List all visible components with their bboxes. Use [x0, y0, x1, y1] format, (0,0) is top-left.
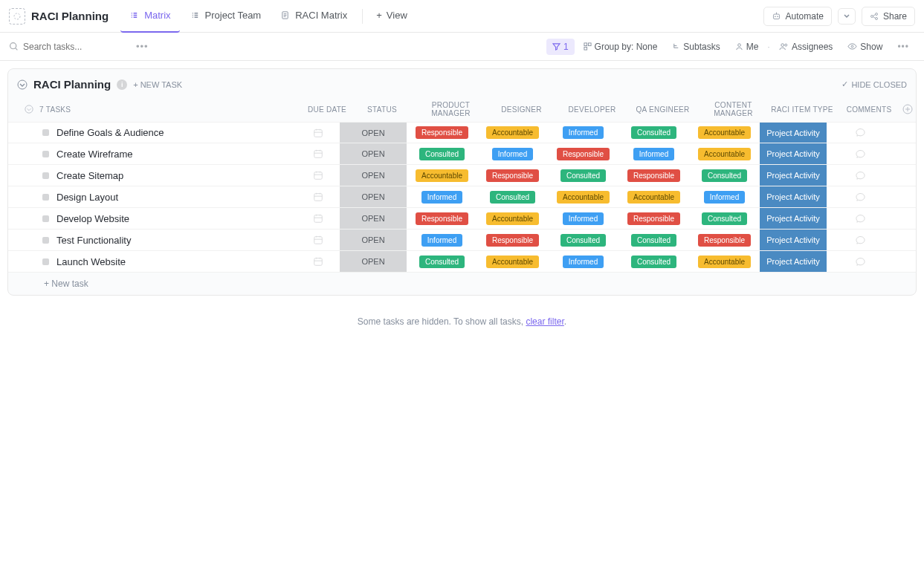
table-row[interactable]: Design LayoutOPENInformedConsultedAccoun… — [8, 186, 916, 208]
automate-button[interactable]: Automate — [763, 7, 832, 26]
role-cell[interactable]: Informed — [689, 191, 760, 204]
tab-raci-matrix[interactable]: RACI Matrix — [271, 0, 356, 33]
status-cell[interactable]: OPEN — [340, 208, 407, 229]
status-cell[interactable]: OPEN — [340, 230, 407, 250]
table-row[interactable]: Create WireframeOPENConsultedInformedRes… — [8, 143, 916, 165]
col-due-date[interactable]: DUE DATE — [306, 105, 349, 114]
due-date-cell[interactable] — [297, 149, 340, 159]
col-developer[interactable]: DEVELOPER — [557, 105, 627, 114]
due-date-cell[interactable] — [297, 235, 340, 245]
role-cell[interactable]: Accountable — [618, 191, 689, 204]
more-options[interactable]: ••• — [136, 41, 149, 52]
role-cell[interactable]: Consulted — [689, 212, 760, 225]
role-cell[interactable]: Responsible — [689, 234, 760, 247]
clear-filter-link[interactable]: clear filter — [526, 316, 563, 327]
status-cell[interactable]: OPEN — [340, 123, 407, 143]
automate-dropdown[interactable] — [838, 8, 856, 25]
comments-cell[interactable] — [827, 192, 894, 203]
add-column-button[interactable] — [902, 104, 922, 114]
role-cell[interactable]: Responsible — [618, 212, 689, 225]
info-icon[interactable]: i — [117, 79, 127, 90]
collapse-icon[interactable] — [17, 79, 28, 90]
tab-project-team[interactable]: Project Team — [181, 0, 271, 33]
col-designer[interactable]: DESIGNER — [486, 105, 557, 114]
role-cell[interactable]: Informed — [548, 126, 618, 139]
role-cell[interactable]: Consulted — [618, 234, 689, 247]
table-row[interactable]: Test FunctionalityOPENInformedResponsibl… — [8, 230, 916, 251]
due-date-cell[interactable] — [297, 213, 340, 224]
toolbar-more[interactable]: ••• — [891, 39, 915, 55]
role-cell[interactable]: Informed — [618, 148, 689, 160]
subtasks-chip[interactable]: Subtasks — [666, 39, 726, 55]
role-cell[interactable]: Consulted — [618, 256, 689, 268]
comments-cell[interactable] — [827, 235, 894, 246]
role-cell[interactable]: Accountable — [689, 256, 760, 268]
comments-cell[interactable] — [827, 170, 894, 181]
table-row[interactable]: Create SitemapOPENAccountableResponsible… — [8, 165, 916, 186]
role-cell[interactable]: Informed — [477, 148, 548, 160]
comments-cell[interactable] — [827, 256, 894, 267]
table-row[interactable]: Develop WebsiteOPENResponsibleAccountabl… — [8, 208, 916, 230]
task-name-cell[interactable]: Test Functionality — [8, 235, 297, 246]
role-cell[interactable]: Accountable — [477, 126, 548, 139]
new-task-button[interactable]: + NEW TASK — [133, 80, 182, 89]
task-name-cell[interactable]: Define Goals & Audience — [8, 127, 297, 138]
role-cell[interactable]: Responsible — [407, 212, 477, 225]
status-cell[interactable]: OPEN — [340, 251, 407, 272]
due-date-cell[interactable] — [297, 256, 340, 267]
type-cell[interactable]: Project Activity — [760, 230, 827, 250]
role-cell[interactable]: Accountable — [689, 126, 760, 139]
type-cell[interactable]: Project Activity — [760, 251, 827, 272]
due-date-cell[interactable] — [297, 128, 340, 138]
me-chip[interactable]: Me — [729, 39, 765, 55]
task-name-cell[interactable]: Create Sitemap — [8, 170, 297, 181]
role-cell[interactable]: Accountable — [477, 256, 548, 268]
role-cell[interactable]: Accountable — [477, 212, 548, 225]
role-cell[interactable]: Consulted — [407, 256, 477, 268]
role-cell[interactable]: Accountable — [407, 169, 477, 182]
search-input[interactable] — [23, 42, 127, 52]
share-button[interactable]: Share — [862, 7, 915, 26]
task-name-cell[interactable]: Launch Website — [8, 256, 297, 267]
task-name-cell[interactable]: Create Wireframe — [8, 149, 297, 160]
col-product-manager[interactable]: PRODUCT MANAGER — [416, 101, 486, 117]
role-cell[interactable]: Informed — [407, 191, 477, 204]
comments-cell[interactable] — [827, 149, 894, 160]
col-content-manager[interactable]: CONTENT MANAGER — [698, 101, 769, 117]
status-cell[interactable]: OPEN — [340, 165, 407, 186]
role-cell[interactable]: Responsible — [477, 169, 548, 182]
comments-cell[interactable] — [827, 127, 894, 138]
tab-matrix[interactable]: Matrix — [120, 0, 179, 33]
hide-closed-button[interactable]: ✓HIDE CLOSED — [841, 79, 907, 89]
role-cell[interactable]: Responsible — [477, 234, 548, 247]
filter-chip[interactable]: 1 — [546, 39, 575, 55]
col-raci-type[interactable]: RACI ITEM TYPE — [769, 105, 836, 114]
workspace-icon[interactable] — [9, 8, 25, 25]
new-task-row[interactable]: + New task — [8, 273, 916, 295]
table-row[interactable]: Define Goals & AudienceOPENResponsibleAc… — [8, 122, 916, 143]
type-cell[interactable]: Project Activity — [760, 186, 827, 207]
type-cell[interactable]: Project Activity — [760, 165, 827, 186]
status-cell[interactable]: OPEN — [340, 186, 407, 207]
type-cell[interactable]: Project Activity — [760, 123, 827, 143]
sort-icon[interactable] — [25, 105, 33, 114]
role-cell[interactable]: Informed — [548, 212, 618, 225]
role-cell[interactable]: Informed — [548, 256, 618, 268]
status-cell[interactable]: OPEN — [340, 143, 407, 164]
role-cell[interactable]: Accountable — [548, 191, 618, 204]
search-box[interactable] — [9, 42, 127, 52]
col-comments[interactable]: COMMENTS — [836, 105, 902, 114]
role-cell[interactable]: Consulted — [618, 126, 689, 139]
role-cell[interactable]: Responsible — [548, 148, 618, 160]
groupby-chip[interactable]: Group by: None — [578, 39, 664, 55]
table-row[interactable]: Launch WebsiteOPENConsultedAccountableIn… — [8, 251, 916, 273]
type-cell[interactable]: Project Activity — [760, 208, 827, 229]
role-cell[interactable]: Responsible — [618, 169, 689, 182]
role-cell[interactable]: Consulted — [407, 148, 477, 160]
show-chip[interactable]: Show — [841, 39, 888, 55]
task-name-cell[interactable]: Develop Website — [8, 213, 297, 224]
due-date-cell[interactable] — [297, 192, 340, 202]
role-cell[interactable]: Consulted — [689, 169, 760, 182]
add-view-button[interactable]: + View — [369, 7, 415, 25]
col-status[interactable]: STATUS — [349, 105, 416, 114]
